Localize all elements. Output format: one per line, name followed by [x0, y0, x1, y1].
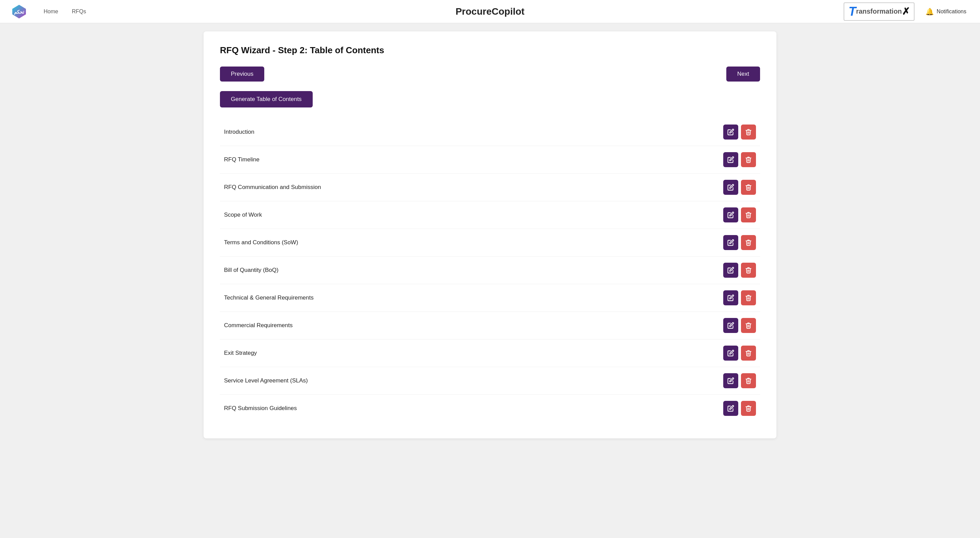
delete-button-4[interactable]: [741, 208, 756, 222]
edit-button-1[interactable]: [723, 125, 738, 139]
delete-button-7[interactable]: [741, 291, 756, 305]
delete-button-5[interactable]: [741, 235, 756, 250]
edit-icon: [727, 156, 734, 163]
next-button[interactable]: Next: [726, 67, 760, 81]
edit-icon: [727, 239, 734, 246]
delete-button-8[interactable]: [741, 318, 756, 333]
toc-item: RFQ Timeline: [220, 146, 760, 174]
toc-item: Terms and Conditions (SoW): [220, 229, 760, 257]
edit-button-5[interactable]: [723, 235, 738, 250]
edit-icon: [727, 267, 734, 274]
edit-button-9[interactable]: [723, 346, 738, 361]
main-container: RFQ Wizard - Step 2: Table of Contents P…: [204, 31, 776, 438]
brand-x-letter: ✗: [902, 6, 910, 17]
edit-button-10[interactable]: [723, 373, 738, 388]
notifications-label: Notifications: [937, 8, 966, 15]
edit-icon: [727, 129, 734, 136]
delete-button-6[interactable]: [741, 263, 756, 278]
nav-rfqs[interactable]: RFQs: [72, 8, 86, 15]
toc-item-actions: [723, 318, 756, 333]
toc-item-actions: [723, 180, 756, 195]
edit-button-2[interactable]: [723, 152, 738, 167]
toc-item-actions: [723, 401, 756, 416]
previous-button[interactable]: Previous: [220, 67, 264, 81]
nav-home[interactable]: Home: [44, 8, 58, 15]
toc-item: Exit Strategy: [220, 340, 760, 367]
toc-item-label-5: Terms and Conditions (SoW): [224, 239, 723, 246]
trash-icon: [745, 156, 752, 163]
edit-button-6[interactable]: [723, 263, 738, 278]
edit-icon: [727, 405, 734, 412]
trash-icon: [745, 350, 752, 356]
delete-button-1[interactable]: [741, 125, 756, 139]
toc-item: Bill of Quantity (BoQ): [220, 257, 760, 284]
toc-item-label-10: Service Level Agreement (SLAs): [224, 377, 723, 384]
toc-item-actions: [723, 152, 756, 167]
brand-text: ransformation: [856, 8, 902, 15]
toc-item-label-4: Scope of Work: [224, 212, 723, 218]
delete-button-11[interactable]: [741, 401, 756, 416]
trash-icon: [745, 377, 752, 384]
nav-buttons-row: Previous Next: [220, 67, 760, 81]
notifications-button[interactable]: 🔔 Notifications: [923, 6, 969, 17]
toc-item-actions: [723, 263, 756, 278]
toc-item-label-1: Introduction: [224, 129, 723, 136]
toc-item-actions: [723, 346, 756, 361]
toc-item-label-3: RFQ Communication and Submission: [224, 184, 723, 191]
navbar-right: T ransformation ✗ 🔔 Notifications: [843, 2, 969, 21]
toc-item-actions: [723, 291, 756, 305]
trash-icon: [745, 405, 752, 412]
edit-button-11[interactable]: [723, 401, 738, 416]
delete-button-9[interactable]: [741, 346, 756, 361]
edit-icon: [727, 294, 734, 301]
app-title: ProcureCopilot: [455, 6, 525, 17]
nav-links: Home RFQs: [44, 8, 86, 15]
edit-button-3[interactable]: [723, 180, 738, 195]
edit-icon: [727, 350, 734, 356]
trash-icon: [745, 129, 752, 136]
edit-button-8[interactable]: [723, 318, 738, 333]
toc-item-label-6: Bill of Quantity (BoQ): [224, 267, 723, 274]
toc-item-label-2: RFQ Timeline: [224, 156, 723, 163]
page-title: RFQ Wizard - Step 2: Table of Contents: [220, 45, 760, 56]
toc-item: Service Level Agreement (SLAs): [220, 367, 760, 395]
edit-button-7[interactable]: [723, 291, 738, 305]
brand-t-letter: T: [848, 5, 856, 19]
edit-button-4[interactable]: [723, 208, 738, 222]
delete-button-3[interactable]: [741, 180, 756, 195]
generate-toc-button[interactable]: Generate Table of Contents: [220, 91, 313, 107]
logo-container: تحكم: [11, 3, 27, 20]
edit-icon: [727, 212, 734, 218]
toc-item-actions: [723, 125, 756, 139]
trash-icon: [745, 267, 752, 274]
brand-logo-icon: تحكم: [11, 3, 27, 20]
edit-icon: [727, 322, 734, 329]
toc-item-actions: [723, 208, 756, 222]
toc-item-actions: [723, 235, 756, 250]
edit-icon: [727, 377, 734, 384]
svg-text:تحكم: تحكم: [14, 9, 24, 15]
toc-item-actions: [723, 373, 756, 388]
toc-item: Scope of Work: [220, 201, 760, 229]
trash-icon: [745, 294, 752, 301]
toc-item: Technical & General Requirements: [220, 284, 760, 312]
navbar: تحكم Home RFQs ProcureCopilot T ransform…: [0, 0, 980, 23]
toc-item: RFQ Submission Guidelines: [220, 395, 760, 422]
toc-item-label-7: Technical & General Requirements: [224, 294, 723, 301]
delete-button-2[interactable]: [741, 152, 756, 167]
toc-item-label-8: Commercial Requirements: [224, 322, 723, 329]
trash-icon: [745, 212, 752, 218]
delete-button-10[interactable]: [741, 373, 756, 388]
trash-icon: [745, 322, 752, 329]
trash-icon: [745, 184, 752, 191]
toc-list: IntroductionRFQ TimelineRFQ Communicatio…: [220, 118, 760, 422]
toc-item: Commercial Requirements: [220, 312, 760, 340]
toc-item: RFQ Communication and Submission: [220, 174, 760, 201]
brand-logo: T ransformation ✗: [843, 2, 914, 21]
toc-item-label-11: RFQ Submission Guidelines: [224, 405, 723, 412]
trash-icon: [745, 239, 752, 246]
bell-icon: 🔔: [926, 8, 934, 16]
edit-icon: [727, 184, 734, 191]
toc-item-label-9: Exit Strategy: [224, 350, 723, 356]
toc-item: Introduction: [220, 118, 760, 146]
